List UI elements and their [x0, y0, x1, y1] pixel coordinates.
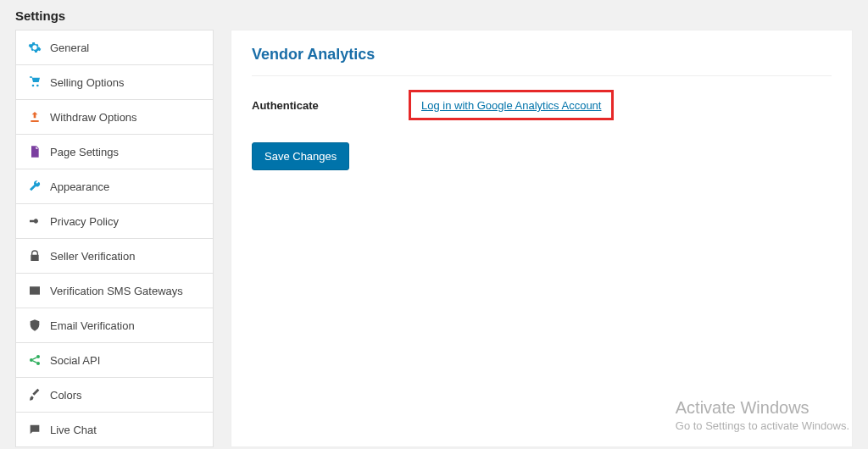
sidebar-item-email-verification[interactable]: Email Verification [15, 308, 214, 343]
sidebar-item-selling-options[interactable]: Selling Options [15, 65, 214, 100]
sidebar-item-appearance[interactable]: Appearance [15, 169, 214, 204]
chat-icon [28, 423, 42, 436]
windows-activation-watermark: Activate Windows Go to Settings to activ… [676, 398, 849, 432]
svg-point-1 [36, 355, 40, 358]
share-icon [28, 353, 42, 367]
sidebar-item-label: Page Settings [50, 146, 119, 158]
settings-main-panel: Vendor Analytics Authenticate Log in wit… [231, 30, 853, 447]
sidebar-item-label: Seller Verification [50, 250, 135, 263]
sidebar-item-label: Social API [50, 354, 100, 367]
sidebar-item-label: Selling Options [50, 76, 124, 89]
settings-sidebar: General Selling Options Withdraw Options… [15, 30, 214, 447]
lock-icon [28, 249, 42, 263]
sidebar-item-label: Appearance [50, 180, 109, 193]
sidebar-item-general[interactable]: General [15, 30, 214, 65]
sidebar-item-privacy-policy[interactable]: Privacy Policy [15, 204, 214, 239]
watermark-sub: Go to Settings to activate Windows. [676, 419, 849, 432]
key-icon [28, 214, 42, 228]
brush-icon [28, 388, 42, 402]
page-icon [28, 145, 42, 158]
section-title: Vendor Analytics [252, 46, 832, 76]
page-title: Settings [0, 0, 868, 30]
save-changes-button[interactable]: Save Changes [252, 142, 349, 170]
sidebar-item-verification-sms-gateways[interactable]: Verification SMS Gateways [15, 274, 214, 308]
sidebar-item-live-chat[interactable]: Live Chat [15, 413, 214, 447]
watermark-title: Activate Windows [676, 398, 849, 418]
sidebar-item-page-settings[interactable]: Page Settings [15, 135, 214, 169]
sidebar-item-label: Withdraw Options [50, 111, 137, 124]
sidebar-item-label: Privacy Policy [50, 215, 119, 228]
svg-point-0 [30, 358, 33, 362]
mail-icon [28, 284, 42, 297]
settings-layout: General Selling Options Withdraw Options… [0, 30, 868, 447]
upload-icon [28, 110, 42, 124]
wrench-icon [28, 180, 42, 193]
sidebar-item-withdraw-options[interactable]: Withdraw Options [15, 100, 214, 135]
sidebar-item-colors[interactable]: Colors [15, 378, 214, 413]
authenticate-label: Authenticate [252, 99, 409, 112]
sidebar-item-label: Verification SMS Gateways [50, 285, 183, 297]
sidebar-item-label: General [50, 42, 89, 54]
sidebar-item-label: Live Chat [50, 424, 97, 436]
sidebar-item-label: Email Verification [50, 319, 135, 332]
sidebar-item-social-api[interactable]: Social API [15, 343, 214, 378]
highlight-box: Log in with Google Analytics Account [409, 90, 614, 120]
google-analytics-login-link[interactable]: Log in with Google Analytics Account [421, 99, 601, 112]
cart-icon [28, 75, 42, 89]
gear-icon [28, 41, 42, 54]
authenticate-row: Authenticate Log in with Google Analytic… [252, 90, 832, 120]
sidebar-item-label: Colors [50, 389, 82, 402]
sidebar-item-seller-verification[interactable]: Seller Verification [15, 239, 214, 274]
shield-icon [28, 319, 42, 332]
svg-point-2 [36, 362, 40, 365]
